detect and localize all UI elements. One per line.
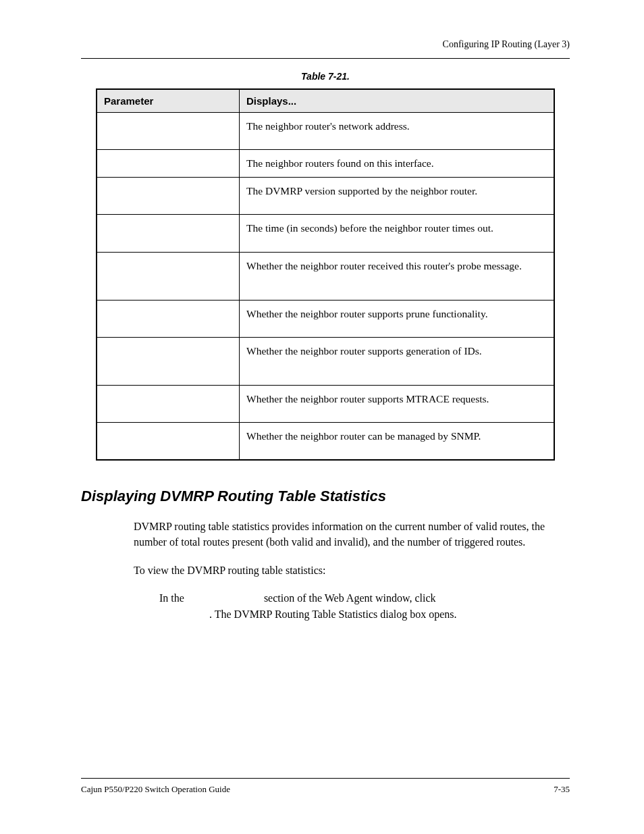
- table-row: The time (in seconds) before the neighbo…: [97, 215, 554, 252]
- table-caption: Table 7-21.: [81, 71, 570, 82]
- param-cell: [97, 337, 240, 385]
- disp-cell: The DVMRP version supported by the neigh…: [240, 178, 555, 215]
- param-cell: [97, 215, 240, 252]
- param-cell: [97, 113, 240, 150]
- page-footer: Cajun P550/P220 Switch Operation Guide 7…: [81, 778, 570, 795]
- step-paragraph: In the section of the Web Agent window, …: [159, 590, 570, 623]
- step-text-pre: In the: [159, 592, 187, 604]
- table-row: The DVMRP version supported by the neigh…: [97, 178, 554, 215]
- disp-cell: Whether the neighbor router supports pru…: [240, 300, 555, 337]
- table-row: The neighbor routers found on this inter…: [97, 150, 554, 178]
- table-row: Whether the neighbor router can be manag…: [97, 423, 554, 461]
- table-row: The neighbor router's network address.: [97, 113, 554, 150]
- table-header-row: Parameter Displays...: [97, 89, 554, 113]
- footer-page-number: 7-35: [554, 784, 570, 795]
- param-cell: [97, 300, 240, 337]
- body-paragraph: DVMRP routing table statistics provides …: [134, 519, 570, 550]
- table-row: Whether the neighbor router supports gen…: [97, 337, 554, 385]
- param-cell: [97, 385, 240, 422]
- section-heading: Displaying DVMRP Routing Table Statistic…: [81, 488, 570, 505]
- table-row: Whether the neighbor router supports MTR…: [97, 385, 554, 422]
- step-text-mid: section of the Web Agent window, click: [264, 592, 436, 604]
- chapter-title: Configuring IP Routing (Layer 3): [443, 39, 570, 49]
- running-header: Configuring IP Routing (Layer 3): [81, 39, 570, 59]
- footer-left: Cajun P550/P220 Switch Operation Guide: [81, 784, 230, 795]
- param-cell: [97, 178, 240, 215]
- disp-cell: Whether the neighbor router supports MTR…: [240, 385, 555, 422]
- step-text-post: . The DVMRP Routing Table Statistics dia…: [209, 608, 457, 620]
- param-cell: [97, 423, 240, 461]
- disp-cell: Whether the neighbor router can be manag…: [240, 423, 555, 461]
- param-cell: [97, 252, 240, 300]
- disp-cell: Whether the neighbor router received thi…: [240, 252, 555, 300]
- parameter-table: Parameter Displays... The neighbor route…: [96, 88, 555, 461]
- disp-cell: The neighbor routers found on this inter…: [240, 150, 555, 178]
- disp-cell: Whether the neighbor router supports gen…: [240, 337, 555, 385]
- table-row: Whether the neighbor router received thi…: [97, 252, 554, 300]
- disp-cell: The neighbor router's network address.: [240, 113, 555, 150]
- disp-cell: The time (in seconds) before the neighbo…: [240, 215, 555, 252]
- table-header-parameter: Parameter: [97, 89, 240, 113]
- table-row: Whether the neighbor router supports pru…: [97, 300, 554, 337]
- param-cell: [97, 150, 240, 178]
- table-header-displays: Displays...: [240, 89, 555, 113]
- body-paragraph: To view the DVMRP routing table statisti…: [134, 563, 570, 578]
